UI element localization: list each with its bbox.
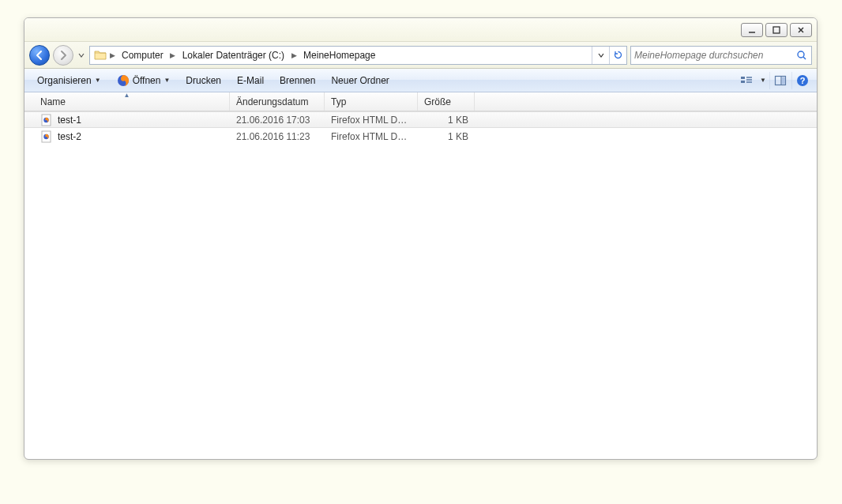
chevron-right-icon[interactable]: ▶ [289, 47, 299, 64]
open-label: Öffnen [133, 75, 161, 86]
chevron-right-icon[interactable]: ▶ [168, 47, 178, 64]
email-button[interactable]: E-Mail [229, 69, 272, 92]
column-type-label: Typ [331, 96, 346, 107]
column-header-date[interactable]: Änderungsdatum [230, 92, 325, 111]
new-folder-label: Neuer Ordner [331, 75, 389, 86]
toolbar: Organisieren ▼ Öffnen ▼ Drucken E-Mail B… [24, 69, 817, 92]
close-button[interactable] [790, 23, 812, 37]
search-icon[interactable] [795, 50, 808, 61]
maximize-button[interactable] [765, 23, 787, 37]
print-button[interactable]: Drucken [178, 69, 229, 92]
column-header-name[interactable]: Name ▲ [24, 92, 230, 111]
organize-label: Organisieren [37, 75, 92, 86]
chevron-down-icon: ▼ [95, 77, 101, 84]
file-date: 21.06.2016 17:03 [230, 115, 325, 126]
preview-pane-button[interactable] [769, 72, 790, 89]
file-size: 1 KB [418, 115, 475, 126]
file-name: test-2 [58, 131, 81, 142]
svg-line-5 [803, 57, 806, 59]
sort-ascending-icon: ▲ [124, 92, 130, 99]
breadcrumb-folder[interactable]: MeineHomepage [299, 47, 380, 64]
svg-rect-8 [741, 81, 745, 83]
svg-point-4 [798, 51, 804, 58]
view-options-button[interactable] [736, 72, 757, 89]
burn-button[interactable]: Brennen [272, 69, 323, 92]
column-headers: Name ▲ Änderungsdatum Typ Größe [24, 92, 817, 111]
new-folder-button[interactable]: Neuer Ordner [323, 69, 397, 92]
column-name-label: Name [40, 96, 66, 107]
organize-menu[interactable]: Organisieren ▼ [29, 69, 109, 92]
html-file-icon [40, 130, 53, 143]
svg-rect-7 [741, 77, 745, 79]
search-input[interactable] [634, 50, 795, 61]
breadcrumb-drive-c[interactable]: Lokaler Datenträger (C:) [178, 47, 289, 64]
print-label: Drucken [186, 75, 221, 86]
refresh-button[interactable] [609, 47, 626, 64]
column-size-label: Größe [424, 96, 451, 107]
file-size: 1 KB [418, 131, 475, 142]
address-dropdown-button[interactable] [592, 47, 609, 64]
help-button[interactable]: ? [791, 72, 812, 89]
chevron-down-icon: ▼ [164, 77, 170, 84]
explorer-window: ▶ Computer ▶ Lokaler Datenträger (C:) ▶ … [24, 17, 818, 460]
breadcrumb-computer[interactable]: Computer [117, 47, 168, 64]
file-row[interactable]: test-2 21.06.2016 11:23 Firefox HTML Doc… [24, 128, 817, 145]
column-date-label: Änderungsdatum [236, 96, 308, 107]
html-file-icon [40, 114, 53, 126]
address-bar[interactable]: ▶ Computer ▶ Lokaler Datenträger (C:) ▶ … [89, 46, 627, 65]
firefox-icon [117, 74, 130, 87]
file-name: test-1 [58, 115, 81, 126]
file-list: test-1 21.06.2016 17:03 Firefox HTML Doc… [24, 111, 817, 145]
file-type: Firefox HTML Doc... [325, 115, 418, 126]
chevron-right-icon[interactable]: ▶ [107, 47, 117, 64]
nav-recent-dropdown[interactable] [77, 45, 86, 66]
minimize-button[interactable] [741, 23, 763, 37]
view-options-dropdown[interactable]: ▼ [758, 77, 768, 84]
open-button[interactable]: Öffnen ▼ [109, 69, 179, 92]
navigation-row: ▶ Computer ▶ Lokaler Datenträger (C:) ▶ … [24, 42, 817, 69]
folder-icon [90, 47, 107, 64]
file-row[interactable]: test-1 21.06.2016 17:03 Firefox HTML Doc… [24, 111, 817, 128]
titlebar [24, 18, 817, 42]
search-box[interactable] [630, 46, 812, 65]
column-header-size[interactable]: Größe [418, 92, 475, 111]
file-type: Firefox HTML Doc... [325, 131, 418, 142]
email-label: E-Mail [237, 75, 264, 86]
burn-label: Brennen [280, 75, 315, 86]
column-header-type[interactable]: Typ [325, 92, 418, 111]
svg-text:?: ? [799, 76, 805, 85]
file-date: 21.06.2016 11:23 [230, 131, 325, 142]
svg-rect-14 [782, 77, 785, 84]
forward-button[interactable] [53, 45, 73, 66]
svg-rect-1 [773, 27, 780, 33]
back-button[interactable] [29, 45, 50, 66]
